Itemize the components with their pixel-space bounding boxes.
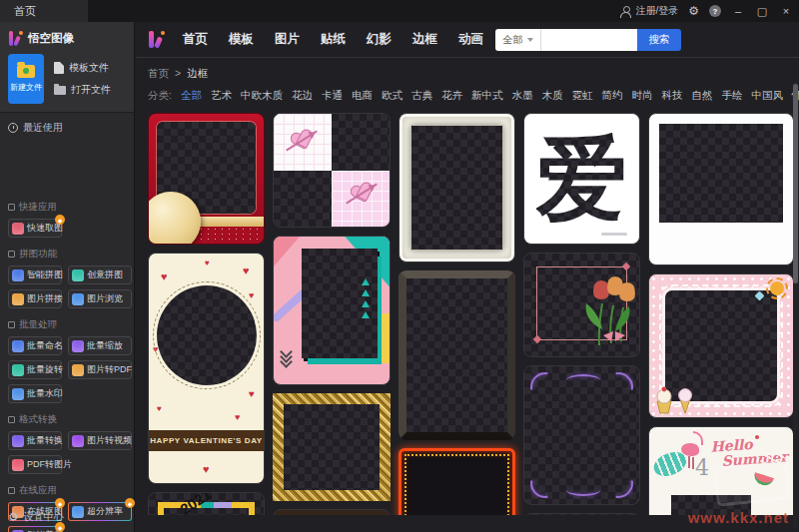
sidebar-item-batch-rename[interactable]: 批量命名 xyxy=(8,336,62,355)
settings-center-button[interactable]: ⚙ 设置中心 xyxy=(8,510,64,524)
sidebar-item-super-resolution[interactable]: 超分辨率 ◆ xyxy=(68,502,132,521)
category-classical[interactable]: 古典 xyxy=(411,89,432,103)
category-nature[interactable]: 自然 xyxy=(691,89,712,103)
category-lace[interactable]: 花边 xyxy=(292,89,313,103)
section-icon xyxy=(8,251,15,258)
frame-thumb-valentine[interactable]: ♥ ♥ ♥ ♥ ♥ ♥ ♥ ♥ ♥ ♥ HAPPY VALENTINE'S DA… xyxy=(148,253,265,484)
main-nav: 首页 模板 图片 贴纸 幻影 边框 动画 xyxy=(183,31,483,48)
sidebar-item-image-to-video[interactable]: 图片转视频 xyxy=(68,431,132,450)
category-all[interactable]: 全部 xyxy=(181,89,202,103)
category-cartoon[interactable]: 卡通 xyxy=(322,89,343,103)
frame-thumb-love-cutout[interactable]: 爱 xyxy=(523,113,640,245)
quick-capture-icon xyxy=(12,223,24,235)
sidebar-item-image-to-pdf[interactable]: 图片转PDF xyxy=(68,360,132,379)
sidebar-item-quick-capture[interactable]: 快速取图 ◆ xyxy=(8,219,62,238)
frame-thumb-pink-scallop[interactable] xyxy=(648,273,794,418)
nav-item-frames[interactable]: 边框 xyxy=(412,31,437,48)
creative-collage-icon xyxy=(72,269,84,281)
sun-icon xyxy=(770,281,784,295)
photo-stitch-icon xyxy=(12,293,24,305)
help-icon[interactable]: ? xyxy=(709,5,721,17)
recent-empty-area xyxy=(0,143,134,191)
section-online-apps: 在线应用 xyxy=(8,484,126,497)
section-icon xyxy=(8,204,15,211)
category-ecommerce[interactable]: 电商 xyxy=(352,89,373,103)
vertical-scrollbar[interactable] xyxy=(793,82,798,529)
document-tab-home[interactable]: 首页 xyxy=(0,0,88,22)
category-tech[interactable]: 科技 xyxy=(661,89,682,103)
nav-item-animation[interactable]: 动画 xyxy=(458,31,483,48)
sidebar-item-batch-convert[interactable]: 批量转换 xyxy=(8,431,62,450)
frame-thumb-hello-summer[interactable]: Hello Summer 4 xyxy=(648,426,794,515)
nav-item-images[interactable]: 图片 xyxy=(275,31,300,48)
scrollbar-thumb[interactable] xyxy=(793,84,798,283)
frame-thumb-tulip[interactable] xyxy=(523,253,640,357)
frame-thumb-classic-white[interactable] xyxy=(399,113,515,263)
template-file-button[interactable]: 模板文件 xyxy=(54,59,111,77)
new-file-label: 新建文件 xyxy=(10,82,42,93)
recent-used-header[interactable]: 最近使用 xyxy=(0,113,134,143)
sidebar-item-photo-browse[interactable]: 图片浏览 xyxy=(68,289,132,308)
frame-thumb-gold-baroque[interactable] xyxy=(273,393,391,501)
heart-decoration: ♥ xyxy=(235,413,240,422)
category-ink[interactable]: 水墨 xyxy=(511,89,532,103)
number-decoration: 4 xyxy=(695,455,709,480)
search-button[interactable]: 搜索 xyxy=(637,29,681,51)
category-wood[interactable]: 木质 xyxy=(541,89,562,103)
chevron-decorations xyxy=(282,351,291,366)
valentine-caption: HAPPY VALENTINE'S DAY xyxy=(149,430,264,451)
new-file-button[interactable]: 新建文件 xyxy=(8,54,44,104)
breadcrumb-home[interactable]: 首页 xyxy=(148,67,169,81)
category-flowers[interactable]: 花卉 xyxy=(441,89,462,103)
frame-thumb-dark-metal[interactable] xyxy=(399,270,515,440)
frame-thumb-neon-orange[interactable] xyxy=(399,448,515,515)
nav-item-phantom[interactable]: 幻影 xyxy=(367,31,392,48)
sidebar-item-creative-collage[interactable]: 创意拼图 xyxy=(68,266,132,284)
flourish-decoration xyxy=(603,372,633,402)
frame-thumb-2021[interactable]: 2021 xyxy=(148,492,265,515)
frame-thumb-grey-bar[interactable] xyxy=(523,513,640,515)
category-euro-wood[interactable]: 中欧木质 xyxy=(241,89,283,103)
frame-thumb-purple-flourish[interactable] xyxy=(523,365,640,505)
open-file-button[interactable]: 打开文件 xyxy=(54,81,111,99)
image-to-pdf-icon xyxy=(72,364,84,376)
transparent-area xyxy=(659,124,783,223)
search-input[interactable] xyxy=(541,29,637,51)
sidebar-item-smart-collage[interactable]: 智能拼图 xyxy=(8,266,62,284)
sidebar-item-batch-resize[interactable]: 批量缩放 xyxy=(68,336,132,355)
nav-item-templates[interactable]: 模板 xyxy=(229,31,254,48)
category-minimal[interactable]: 简约 xyxy=(601,89,622,103)
settings-gear-icon[interactable]: ⚙ xyxy=(688,5,699,17)
frame-thumb-memphis[interactable] xyxy=(273,236,391,385)
sidebar-item-batch-rotate[interactable]: 批量旋转 xyxy=(8,360,62,379)
category-fashion[interactable]: 时尚 xyxy=(631,89,652,103)
breadcrumb-separator: > xyxy=(175,67,181,81)
search-scope-select[interactable]: 全部 xyxy=(495,29,541,51)
category-neon[interactable]: 霓虹 xyxy=(571,89,592,103)
header-logo-icon[interactable] xyxy=(148,31,165,48)
close-button[interactable]: × xyxy=(779,5,793,17)
minimize-button[interactable]: – xyxy=(731,5,745,17)
photo-area xyxy=(671,495,751,515)
category-chinese-style[interactable]: 中国风 xyxy=(751,89,783,103)
batch-convert-icon xyxy=(12,435,24,447)
sidebar-item-pdf-to-image[interactable]: PDF转图片 xyxy=(8,455,62,474)
frame-thumb-hearts-checker[interactable] xyxy=(273,113,391,228)
category-art[interactable]: 艺术 xyxy=(211,89,232,103)
nav-item-home[interactable]: 首页 xyxy=(183,31,208,48)
category-hand-drawn[interactable]: 手绘 xyxy=(721,89,742,103)
frame-thumb-red-gold[interactable] xyxy=(148,113,265,245)
login-register-button[interactable]: 注册/登录 xyxy=(620,4,678,18)
sidebar-item-smart-beauty[interactable]: 智能美颜 ◆ xyxy=(8,526,62,532)
item-label: 批量旋转 xyxy=(27,363,63,376)
category-european[interactable]: 欧式 xyxy=(382,89,402,103)
frame-thumb-polaroid[interactable] xyxy=(648,113,794,266)
search-bar: 全部 搜索 xyxy=(495,29,681,51)
heart-decoration: ♥ xyxy=(161,271,168,282)
category-new-chinese[interactable]: 新中式 xyxy=(471,89,503,103)
sidebar-item-photo-stitch[interactable]: 图片拼接 xyxy=(8,289,62,308)
nav-item-stickers[interactable]: 贴纸 xyxy=(321,31,346,48)
sidebar-item-batch-watermark[interactable]: 批量水印 xyxy=(8,384,62,403)
frame-thumb-floral-painting[interactable] xyxy=(273,509,391,515)
maximize-button[interactable]: ▢ xyxy=(755,5,769,18)
